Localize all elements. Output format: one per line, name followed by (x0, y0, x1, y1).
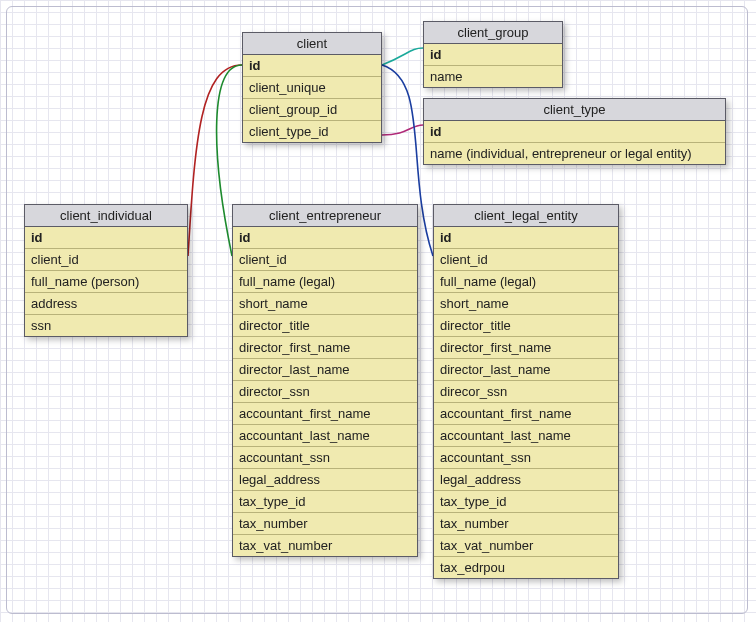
field-row[interactable]: id (243, 55, 381, 77)
field-row[interactable]: short_name (434, 293, 618, 315)
field-row[interactable]: id (424, 121, 725, 143)
field-row[interactable]: client_group_id (243, 99, 381, 121)
field-row[interactable]: name (individual, entrepreneur or legal … (424, 143, 725, 164)
table-title: client_group (424, 22, 562, 44)
field-row[interactable]: director_title (434, 315, 618, 337)
field-row[interactable]: ssn (25, 315, 187, 336)
field-row[interactable]: tax_type_id (434, 491, 618, 513)
field-row[interactable]: director_last_name (434, 359, 618, 381)
table-client_legal_entity[interactable]: client_legal_entityidclient_idfull_name … (433, 204, 619, 579)
field-row[interactable]: address (25, 293, 187, 315)
field-row[interactable]: tax_number (233, 513, 417, 535)
field-row[interactable]: tax_edrpou (434, 557, 618, 578)
field-row[interactable]: client_id (434, 249, 618, 271)
field-row[interactable]: full_name (person) (25, 271, 187, 293)
field-row[interactable]: tax_vat_number (434, 535, 618, 557)
field-row[interactable]: id (434, 227, 618, 249)
field-row[interactable]: client_unique (243, 77, 381, 99)
field-row[interactable]: accountant_last_name (434, 425, 618, 447)
table-title: client_type (424, 99, 725, 121)
table-title: client_entrepreneur (233, 205, 417, 227)
field-row[interactable]: legal_address (434, 469, 618, 491)
field-row[interactable]: director_title (233, 315, 417, 337)
field-row[interactable]: accountant_last_name (233, 425, 417, 447)
field-row[interactable]: full_name (legal) (434, 271, 618, 293)
field-row[interactable]: director_ssn (233, 381, 417, 403)
table-client_type[interactable]: client_typeidname (individual, entrepren… (423, 98, 726, 165)
table-client_entrepreneur[interactable]: client_entrepreneuridclient_idfull_name … (232, 204, 418, 557)
field-row[interactable]: accountant_ssn (434, 447, 618, 469)
table-client[interactable]: clientidclient_uniqueclient_group_idclie… (242, 32, 382, 143)
field-row[interactable]: full_name (legal) (233, 271, 417, 293)
field-row[interactable]: director_last_name (233, 359, 417, 381)
field-row[interactable]: accountant_first_name (434, 403, 618, 425)
table-client_group[interactable]: client_groupidname (423, 21, 563, 88)
field-row[interactable]: id (424, 44, 562, 66)
table-title: client_individual (25, 205, 187, 227)
field-row[interactable]: short_name (233, 293, 417, 315)
field-row[interactable]: id (233, 227, 417, 249)
field-row[interactable]: director_first_name (434, 337, 618, 359)
field-row[interactable]: direcor_ssn (434, 381, 618, 403)
field-row[interactable]: accountant_first_name (233, 403, 417, 425)
table-title: client_legal_entity (434, 205, 618, 227)
table-client_individual[interactable]: client_individualidclient_idfull_name (p… (24, 204, 188, 337)
field-row[interactable]: tax_number (434, 513, 618, 535)
field-row[interactable]: client_type_id (243, 121, 381, 142)
field-row[interactable]: accountant_ssn (233, 447, 417, 469)
field-row[interactable]: name (424, 66, 562, 87)
field-row[interactable]: director_first_name (233, 337, 417, 359)
field-row[interactable]: id (25, 227, 187, 249)
field-row[interactable]: tax_type_id (233, 491, 417, 513)
field-row[interactable]: client_id (233, 249, 417, 271)
field-row[interactable]: legal_address (233, 469, 417, 491)
field-row[interactable]: tax_vat_number (233, 535, 417, 556)
table-title: client (243, 33, 381, 55)
field-row[interactable]: client_id (25, 249, 187, 271)
